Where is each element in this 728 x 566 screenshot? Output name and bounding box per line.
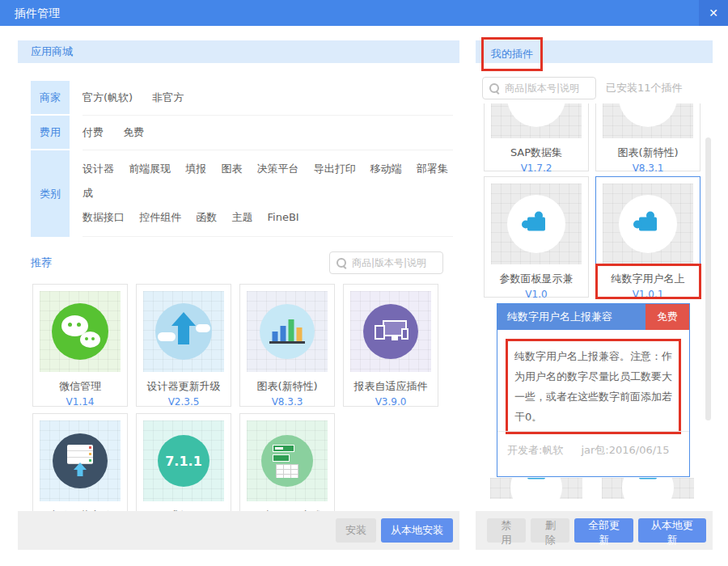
plugin-version: V8.3.3 (240, 396, 334, 408)
store-search-box (329, 251, 443, 274)
filter-option-theme[interactable]: 主题 (231, 211, 252, 223)
plugin-name: 图表(新特性) (596, 146, 700, 160)
close-icon[interactable]: ✕ (699, 0, 728, 26)
scrollbar-thumb[interactable] (705, 137, 711, 420)
bar-chart-icon (247, 291, 328, 372)
plugin-card-chart-features[interactable]: 图表(新特性) V8.3.3 (239, 284, 335, 407)
excel-sheet-icon (247, 420, 328, 501)
filter-option-widget[interactable]: 控件组件 (139, 211, 181, 223)
filter-label-category: 类别 (31, 150, 70, 237)
plugin-card-report-adaptive[interactable]: 报表自适应插件 V3.9.0 (343, 284, 438, 407)
free-badge[interactable]: 免费 (645, 304, 689, 330)
wechat-icon (40, 291, 121, 372)
filter-row-fee: 费用 付费 免费 (31, 116, 453, 150)
filter-option-decision[interactable]: 决策平台 (257, 163, 299, 175)
filter-option-data-api[interactable]: 数据接口 (83, 211, 125, 223)
my-plugins-row-2: 参数面板显示兼 V1.0 纯数字用户名上 V1.0.1 (476, 176, 713, 298)
filter-option-designer[interactable]: 设计器 (83, 163, 114, 175)
annotation-box-my-plugins: 我的插件 (481, 37, 543, 71)
recommend-row: 推荐 (31, 251, 443, 274)
my-search-box (482, 77, 596, 99)
plugin-version: V8.3.1 (596, 163, 700, 174)
filter-option-export-print[interactable]: 导出打印 (314, 163, 356, 175)
plugin-manager-dialog: 插件管理 ✕ 应用商城 商家 官方(帆软) 非官方 费用 付费 免费 类别 (0, 0, 728, 566)
plugin-name: 报表自适应插件 (344, 379, 438, 394)
my-plugins-row-1: SAP数据集 V1.7.2 图表(新特性) V8.3.1 (476, 103, 713, 171)
search-icon (336, 258, 347, 268)
plugin-name: 参数面板显示兼 (485, 272, 588, 286)
install-local-button[interactable]: 从本地安装 (381, 518, 453, 543)
plugin-name: 设计器更新升级 (137, 379, 231, 394)
popup-header: 纯数字用户名上报兼容 免费 (497, 304, 689, 330)
plugin-card-param-panel[interactable]: 参数面板显示兼 V1.0 (484, 176, 589, 298)
filter-options-fee: 付费 免费 (83, 116, 453, 150)
upgrade-arrow-icon (143, 291, 224, 372)
my-plugins-list: SAP数据集 V1.7.2 图表(新特性) V8.3.1 参数面板 (476, 103, 713, 499)
plugin-generic-icon (491, 103, 582, 138)
developer-label: 开发者:帆软 (507, 443, 563, 476)
category-line-1: 设计器 前端展现 填报 图表 决策平台 导出打印 移动端 部署集成 (83, 157, 453, 205)
filter-options-merchant: 官方(帆软) 非官方 (83, 81, 453, 116)
window-title: 插件管理 (15, 0, 60, 26)
filter-section: 商家 官方(帆软) 非官方 费用 付费 免费 类别 设计器 前端展现 (31, 81, 453, 237)
disable-button[interactable]: 禁用 (487, 518, 526, 543)
plugin-card-wechat[interactable]: 微信管理 V1.14 (32, 284, 128, 407)
plugin-version: V1.7.2 (485, 163, 588, 174)
plugin-version: V1.14 (33, 396, 127, 408)
partial-plugin-card[interactable] (490, 478, 582, 499)
puzzle-icon (527, 478, 545, 479)
devices-icon (350, 291, 431, 372)
store-plugin-grid: 微信管理 V1.14 设计器更新升级 V2.3.5 图表(新特性) V8.3.3 (32, 284, 459, 536)
upload-file-icon (40, 420, 121, 501)
filter-option-mobile[interactable]: 移动端 (370, 163, 402, 175)
search-icon (489, 83, 500, 94)
filter-option-frontend[interactable]: 前端展现 (129, 163, 171, 175)
plugin-version: V3.9.0 (344, 396, 438, 408)
my-search-input[interactable] (505, 82, 589, 94)
plugin-version: V1.0 (485, 289, 588, 300)
filter-option-chart[interactable]: 图表 (221, 163, 242, 175)
jar-date-label: jar包:2016/06/15 (581, 443, 669, 476)
annotation-box-description: 纯数字用户名上报兼容。注意：作为用户名的数字尽量比员工数要大一些，或者在这些数字… (506, 339, 681, 434)
filter-option-official[interactable]: 官方(帆软) (83, 91, 133, 103)
filter-row-category: 类别 设计器 前端展现 填报 图表 决策平台 导出打印 移动端 部署集成 数据接… (31, 150, 453, 237)
filter-option-free[interactable]: 免费 (123, 126, 144, 138)
plugin-name: SAP数据集 (485, 146, 588, 160)
filter-option-fill[interactable]: 填报 (185, 163, 206, 175)
filter-option-finebi[interactable]: FineBI (268, 211, 299, 223)
my-plugins-footer: 禁用 删除 全部更新 从本地更新 (476, 511, 713, 550)
update-all-button[interactable]: 全部更新 (574, 518, 633, 543)
category-line-2: 数据接口 控件组件 函数 主题 FineBI (83, 205, 453, 230)
filter-label-merchant: 商家 (31, 81, 70, 116)
filter-option-unofficial[interactable]: 非官方 (152, 91, 184, 103)
store-search-input[interactable] (352, 257, 436, 268)
plugin-generic-icon (603, 103, 693, 138)
filter-option-paid[interactable]: 付费 (83, 126, 104, 138)
filter-options-category: 设计器 前端展现 填报 图表 决策平台 导出打印 移动端 部署集成 数据接口 控… (83, 150, 453, 237)
store-footer: 安装 从本地安装 (18, 511, 459, 550)
plugin-card-numeric-username[interactable]: 纯数字用户名上 V1.0.1 (595, 176, 700, 298)
filter-row-merchant: 商家 官方(帆软) 非官方 (31, 81, 453, 116)
update-local-button[interactable]: 从本地更新 (638, 518, 706, 543)
annotation-box-selected-plugin (595, 264, 701, 299)
filter-label-fee: 费用 (31, 116, 70, 150)
plugin-card-sap-dataset[interactable]: SAP数据集 V1.7.2 (484, 103, 589, 171)
partial-plugin-card[interactable] (602, 478, 694, 499)
plugin-description: 纯数字用户名上报兼容。注意：作为用户名的数字尽量比员工数要大一些，或者在这些数字… (514, 350, 672, 423)
plugin-card-designer-upgrade[interactable]: 设计器更新升级 V2.3.5 (136, 284, 231, 407)
popup-meta: 开发者:帆软 jar包:2016/06/15 (497, 431, 689, 476)
title-bar: 插件管理 ✕ (0, 0, 728, 26)
version-badge-icon: 7.1.1 (143, 420, 224, 501)
plugin-name: 图表(新特性) (240, 379, 334, 394)
my-plugins-panel: 我的插件 已安装11个插件 SAP数据集 V1.7.2 (476, 40, 713, 550)
app-store-panel: 应用商城 商家 官方(帆软) 非官方 费用 付费 免费 类别 (18, 40, 459, 550)
plugin-name: 微信管理 (33, 379, 127, 394)
delete-button[interactable]: 删除 (531, 518, 569, 543)
plugin-detail-popup: 纯数字用户名上报兼容 免费 纯数字用户名上报兼容。注意：作为用户名的数字尽量比员… (497, 303, 690, 477)
app-store-header: 应用商城 (18, 40, 459, 63)
my-plugins-header: 我的插件 (476, 40, 713, 63)
install-button[interactable]: 安装 (336, 518, 376, 543)
my-search-row: 已安装11个插件 (482, 77, 713, 99)
plugin-card-chart-features-installed[interactable]: 图表(新特性) V8.3.1 (595, 103, 700, 171)
filter-option-function[interactable]: 函数 (196, 211, 217, 223)
